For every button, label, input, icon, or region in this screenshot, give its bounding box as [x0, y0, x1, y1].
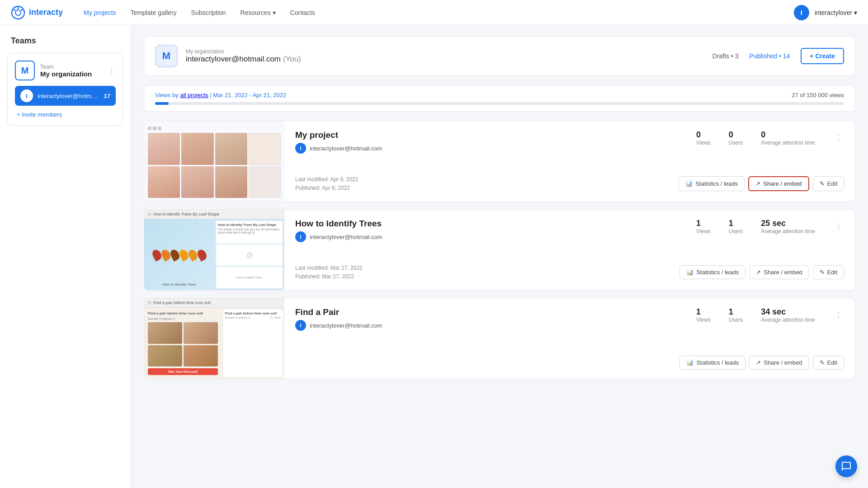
team-info: Team My organization [40, 64, 108, 78]
share-icon: ↗ [755, 180, 760, 187]
project-menu-dots[interactable]: ⋮ [833, 309, 844, 321]
share-embed-button[interactable]: ↗ Share / embed [749, 356, 809, 370]
project-metrics: 0 Views 0 Users 0 Average attention time [696, 130, 815, 146]
nav-my-projects[interactable]: My projects [77, 5, 123, 20]
author-avatar: I [295, 231, 306, 242]
metric-users: 0 Users [729, 130, 743, 146]
nav-right: I interactylover ▾ [794, 5, 857, 20]
user-name[interactable]: interactylover ▾ [815, 9, 857, 16]
bar-chart-icon: 📊 [686, 359, 693, 366]
project-info: My project I interactylover@hotmail.com [295, 130, 382, 154]
views-progress-bar [155, 102, 844, 105]
project-content: How to Identify Trees I interactylover@h… [284, 210, 855, 290]
share-embed-button[interactable]: ↗ Share / embed [749, 265, 809, 279]
metric-views: 1 Views [696, 219, 711, 235]
project-content: Find a Pair I interactylover@hotmail.com… [284, 298, 855, 379]
logo[interactable]: interacty [11, 5, 63, 20]
project-top: My project I interactylover@hotmail.com … [295, 130, 844, 154]
project-actions: 📊 Statistics / leads ↗ Share / embed ✎ E… [679, 265, 844, 279]
project-thumbnail [144, 121, 284, 202]
project-actions: 📊 Statistics / leads ↗ Share / embed ✎ E… [679, 356, 844, 370]
project-footer: 📊 Statistics / leads ↗ Share / embed ✎ E… [295, 356, 844, 370]
edit-button[interactable]: ✎ Edit [813, 265, 844, 279]
project-menu-dots[interactable]: ⋮ [833, 221, 844, 233]
edit-button[interactable]: ✎ Edit [813, 356, 844, 370]
project-author: I interactylover@hotmail.com [295, 143, 382, 154]
project-author: I interactylover@hotmail.com [295, 231, 382, 242]
org-avatar: M [155, 45, 178, 67]
team-menu-dots[interactable]: ⋮ [108, 66, 116, 75]
project-title: Find a Pair [295, 307, 382, 317]
sidebar-user-count: 17 [104, 93, 110, 99]
views-bar-section: Views by all projects | Mar 21, 2022 - A… [144, 85, 855, 112]
statistics-leads-button[interactable]: 📊 Statistics / leads [679, 356, 745, 370]
top-navigation: interacty My projects Template gallery S… [0, 0, 868, 25]
project-info: Find a Pair I interactylover@hotmail.com [295, 307, 382, 331]
project-metrics: 1 Views 1 Users 25 sec Average attention… [696, 219, 815, 235]
share-icon: ↗ [756, 359, 761, 366]
nav-subscription[interactable]: Subscription [185, 5, 232, 20]
svg-point-4 [21, 9, 23, 11]
author-email: interactylover@hotmail.com [310, 322, 382, 329]
author-email: interactylover@hotmail.com [310, 145, 382, 152]
project-author: I interactylover@hotmail.com [295, 320, 382, 331]
published-stat[interactable]: Published • 14 [750, 52, 790, 60]
views-progress-fill [155, 102, 169, 105]
logo-text: interacty [29, 8, 63, 17]
project-top: Find a Pair I interactylover@hotmail.com… [295, 307, 844, 331]
share-embed-button[interactable]: ↗ Share / embed [748, 176, 809, 191]
views-bar-label: Views by all projects | Mar 21, 2022 - A… [155, 92, 286, 99]
views-bar-count: 27 of 150 000 views [792, 92, 844, 99]
nav-links: My projects Template gallery Subscriptio… [77, 5, 794, 20]
team-header: M Team My organization ⋮ [15, 61, 116, 80]
create-button[interactable]: + Create [801, 48, 844, 64]
statistics-leads-button[interactable]: 📊 Statistics / leads [679, 176, 745, 191]
chat-bubble[interactable] [835, 455, 857, 477]
project-menu-dots[interactable]: ⋮ [833, 132, 844, 144]
nav-resources[interactable]: Resources ▾ [234, 5, 282, 20]
statistics-leads-button[interactable]: 📊 Statistics / leads [679, 265, 745, 279]
sidebar-user-avatar: I [20, 89, 33, 102]
svg-point-3 [17, 7, 19, 9]
project-metrics: 1 Views 1 Users 34 sec Average attention… [696, 307, 815, 323]
edit-icon: ✎ [820, 269, 825, 276]
project-info: How to Identify Trees I interactylover@h… [295, 219, 382, 242]
project-dates: Last modified: Apr 9, 2022 Published: Ap… [295, 175, 358, 192]
org-stats: Drafts • 3 Published • 14 [712, 52, 790, 60]
chevron-down-icon: ▾ [273, 9, 276, 16]
edit-icon: ✎ [820, 359, 825, 366]
project-footer: Last modified: Apr 9, 2022 Published: Ap… [295, 175, 844, 192]
svg-point-2 [14, 9, 15, 11]
project-thumbnail: ⊞ Find a pair before time runs out! Find… [144, 298, 284, 379]
project-content: My project I interactylover@hotmail.com … [284, 121, 855, 202]
team-name: My organization [40, 70, 108, 78]
edit-icon: ✎ [820, 180, 825, 187]
nav-template-gallery[interactable]: Template gallery [124, 5, 183, 20]
org-email: interactylover@hotmail.com (You) [186, 55, 712, 64]
thumbnail-faces [144, 121, 284, 202]
bar-chart-icon: 📊 [686, 269, 693, 276]
team-label: Team [40, 64, 108, 70]
project-title: How to Identify Trees [295, 219, 382, 229]
metric-attention: 25 sec Average attention time [761, 219, 815, 235]
invite-members-button[interactable]: + Invite members [15, 111, 116, 118]
views-bar-header: Views by all projects | Mar 21, 2022 - A… [155, 92, 844, 99]
sidebar: Teams M Team My organization ⋮ I interac… [0, 25, 131, 488]
chat-icon [841, 461, 852, 472]
author-avatar: I [295, 143, 306, 154]
share-icon: ↗ [756, 269, 761, 276]
drafts-stat: Drafts • 3 [712, 52, 739, 60]
project-card: ⊞ How to Identify Trees By Leaf Shape [144, 209, 855, 291]
chevron-down-icon: ▾ [854, 9, 857, 16]
logo-icon [11, 5, 25, 20]
author-email: interactylover@hotmail.com [310, 234, 382, 240]
nav-contacts[interactable]: Contacts [284, 5, 321, 20]
edit-button[interactable]: ✎ Edit [813, 176, 844, 191]
user-avatar[interactable]: I [794, 5, 809, 20]
main-layout: Teams M Team My organization ⋮ I interac… [0, 25, 868, 488]
project-card: My project I interactylover@hotmail.com … [144, 121, 855, 202]
sidebar-user-row[interactable]: I interactylover@hotmail.co... 17 [15, 86, 116, 106]
metric-attention: 34 sec Average attention time [761, 307, 815, 323]
project-top: How to Identify Trees I interactylover@h… [295, 219, 844, 242]
all-projects-link[interactable]: all projects [180, 92, 208, 99]
